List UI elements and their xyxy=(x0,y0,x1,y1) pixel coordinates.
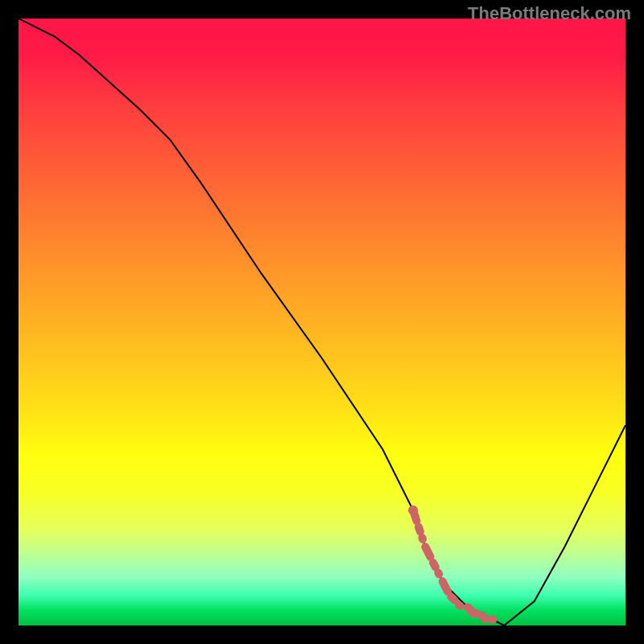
highlight-curve-path xyxy=(413,510,498,620)
chart-plot-area xyxy=(19,19,625,625)
highlight-segment xyxy=(408,506,498,620)
main-curve-path xyxy=(19,19,625,625)
highlight-start-dot xyxy=(408,506,418,515)
watermark-text: TheBottleneck.com xyxy=(468,3,631,24)
chart-svg xyxy=(19,19,625,625)
